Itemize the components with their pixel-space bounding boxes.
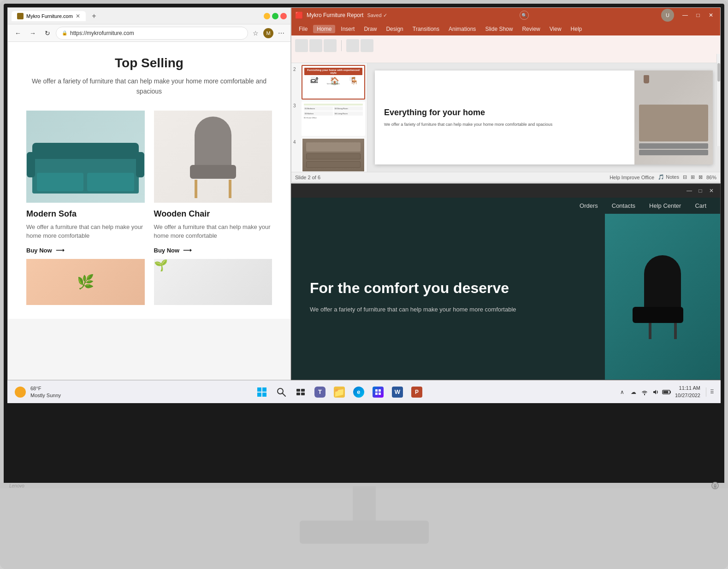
weather-widget[interactable] <box>13 385 28 399</box>
browser-profile-btn[interactable]: M <box>263 28 274 39</box>
plant2-image: 🌱 <box>154 259 272 305</box>
slide-thumb-2[interactable]: 2 Furnishing your home with experienced … <box>293 65 365 100</box>
taskbar-left: 68°F Mostly Sunny <box>7 385 66 399</box>
buy-now-chair[interactable]: Buy Now ⟶ <box>154 247 192 254</box>
taskbar-windows-btn[interactable] <box>254 384 270 400</box>
slide-thumb-3[interactable]: 3 01 Bedroom 02 Dining Room 03 Kitchen 0… <box>293 101 365 136</box>
sp-icon-2: 🏠 <box>330 76 337 81</box>
show-desktop-btn[interactable]: ⠿ <box>706 387 715 397</box>
view-normal-icon[interactable]: ⊟ <box>683 174 687 180</box>
taskbar-store-btn[interactable] <box>370 384 386 400</box>
notes-label[interactable]: 🎵 Notes <box>658 174 679 180</box>
browser-refresh-btn[interactable]: ↻ <box>41 27 54 40</box>
ppt-search-btn[interactable]: 🔍 <box>520 11 529 20</box>
ppt-maximize-btn[interactable]: □ <box>692 10 704 21</box>
ribbon-btn-2[interactable] <box>309 39 322 52</box>
ppt-menu-review[interactable]: Review <box>518 25 544 33</box>
browser-tab-active[interactable]: Mykro Furniture.com ✕ <box>12 11 86 21</box>
sp3-item-1: 01 Bedroom <box>304 106 333 111</box>
address-bar[interactable]: 🔒 https://mykrofurniture.com <box>56 27 248 40</box>
ppt-menu-transitions[interactable]: Transitions <box>409 25 443 33</box>
taskbar-ppt-btn[interactable]: P <box>408 384 425 400</box>
ppt-minimize-btn[interactable]: — <box>680 10 691 21</box>
product-card-chair: Wooden Chair We offer a furniture that c… <box>154 111 272 254</box>
ppt-menu-view[interactable]: View <box>546 25 565 33</box>
ppt-menu-slideshow[interactable]: Slide Show <box>481 25 516 33</box>
taskbar-word-btn[interactable]: W <box>389 384 406 400</box>
dark-nav-contacts[interactable]: Contacts <box>612 202 635 209</box>
browser-close-btn[interactable] <box>280 13 287 19</box>
ribbon-btn-4[interactable] <box>346 39 359 52</box>
slide-preview-3[interactable]: 01 Bedroom 02 Dining Room 03 Kitchen 04 … <box>302 101 365 136</box>
browser-tab-close[interactable]: ✕ <box>76 13 80 19</box>
tray-battery-icon[interactable] <box>662 387 671 397</box>
clock-time: 11:11 AM <box>675 385 700 392</box>
dark-nav-cart[interactable]: Cart <box>695 202 706 209</box>
arrow-right-icon: ⟶ <box>56 247 65 254</box>
view-reading-icon[interactable]: ⊠ <box>698 174 703 180</box>
tray-onedrive-icon[interactable]: ☁ <box>629 387 638 397</box>
slide-dresser-d2 <box>639 150 708 155</box>
ribbon-btn-5[interactable] <box>361 39 373 52</box>
tray-arrow-btn[interactable]: ∧ <box>618 387 627 397</box>
slide-thumb-4[interactable]: 4 <box>293 138 365 172</box>
help-improve: Help Improve Office <box>610 175 654 180</box>
view-slide-sorter-icon[interactable]: ⊞ <box>691 174 695 180</box>
dark-titlebar: — □ ✕ <box>291 184 720 198</box>
slide-preview-4[interactable] <box>302 138 365 172</box>
browser-back-btn[interactable]: ← <box>12 27 24 40</box>
powerpoint-window: 🟥 Mykro Furniture Report Saved ✓ 🔍 U — □ <box>291 7 721 182</box>
browser-forward-btn[interactable]: → <box>26 27 39 40</box>
dark-minimize-btn[interactable]: — <box>684 186 694 196</box>
ppt-scrollbar[interactable] <box>716 54 720 146</box>
buy-now-sofa[interactable]: Buy Now ⟶ <box>26 247 65 254</box>
browser-maximize-btn[interactable] <box>272 13 278 19</box>
ppt-scroll-thumb[interactable] <box>717 63 720 82</box>
dark-close-btn[interactable]: ✕ <box>706 186 716 196</box>
browser-star-btn[interactable]: ☆ <box>250 28 261 39</box>
dark-nav-help[interactable]: Help Center <box>649 202 681 209</box>
dark-nav-orders[interactable]: Orders <box>580 202 598 209</box>
new-tab-button[interactable]: + <box>89 11 100 22</box>
ribbon-btn-3[interactable] <box>324 39 337 52</box>
taskbar-teams-btn[interactable]: T <box>312 384 328 400</box>
weather-info[interactable]: 68°F Mostly Sunny <box>30 385 61 399</box>
taskbar-explorer-btn[interactable]: 📁 <box>331 384 348 400</box>
ppt-menu-design[interactable]: Design <box>382 25 407 33</box>
ppt-user-avatar[interactable]: U <box>661 9 674 22</box>
dark-chair <box>633 255 692 338</box>
taskbar-edge-btn[interactable]: e <box>350 384 367 400</box>
ppt-title: Mykro Furniture Report <box>307 12 363 18</box>
ppt-menu-animations[interactable]: Animations <box>445 25 479 33</box>
dresser-drawer-1 <box>306 153 361 160</box>
browser-minimize-btn[interactable] <box>264 13 270 19</box>
monitor-power-btn[interactable] <box>711 482 719 489</box>
ppt-menu-draw[interactable]: Draw <box>360 25 380 33</box>
ribbon-btn-1[interactable] <box>295 39 308 52</box>
ppt-menu-file[interactable]: File <box>295 25 311 33</box>
system-clock[interactable]: 11:11 AM 10/27/2022 <box>675 385 700 399</box>
monitor-brand-label: Lenovo <box>9 483 24 488</box>
taskbar-search-btn[interactable] <box>273 384 290 400</box>
slide-num-2: 2 <box>293 67 299 72</box>
svg-rect-13 <box>379 393 381 395</box>
dark-hero-title: For the comfort you deserve <box>310 279 586 298</box>
dresser-drawer-2 <box>306 161 361 168</box>
dresser-top <box>306 142 361 152</box>
tray-wifi-icon[interactable] <box>640 387 649 397</box>
ppt-close-btn[interactable]: ✕ <box>705 10 716 21</box>
tray-volume-icon[interactable] <box>651 387 660 397</box>
taskbar-taskview-btn[interactable] <box>292 384 309 400</box>
ppt-menubar: File Home Insert Draw Design Transitions… <box>291 23 720 35</box>
ppt-menu-home[interactable]: Home <box>313 25 335 33</box>
sofa-cushion-right <box>87 173 134 191</box>
slide-preview-2[interactable]: Furnishing your home with experienced st… <box>302 65 365 100</box>
system-tray: ∧ ☁ <box>618 387 671 397</box>
dark-maximize-btn[interactable]: □ <box>695 186 705 196</box>
sp3-item-2: 02 Dining Room <box>334 106 363 111</box>
browser-tab-title: Mykro Furniture.com <box>26 13 73 19</box>
ppt-menu-help[interactable]: Help <box>567 25 586 33</box>
plant-image: 🌿 <box>26 259 145 305</box>
browser-more-btn[interactable]: ⋯ <box>276 28 287 39</box>
ppt-menu-insert[interactable]: Insert <box>337 25 358 33</box>
